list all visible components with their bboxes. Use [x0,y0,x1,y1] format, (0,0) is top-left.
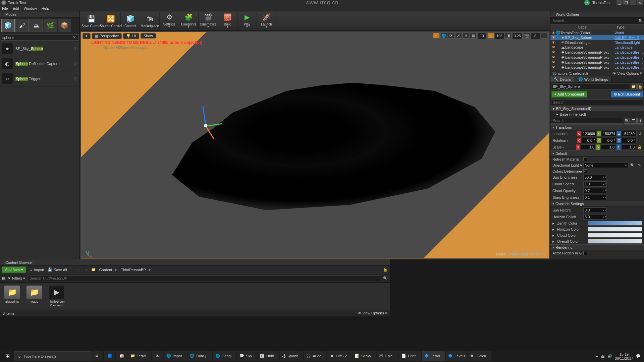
location-y-input[interactable] [602,131,616,136]
settings-button[interactable]: ⚙Settings▼ [160,12,179,30]
taskbar-app[interactable]: 🎮Epic ... [377,351,399,361]
refresh-material-checkbox[interactable] [583,157,587,161]
content-asset-grid[interactable]: 📁 Blueprints📁 Maps▶ ThirdPerson Overview [0,283,390,310]
visibility-icon[interactable]: 👁 [551,45,556,49]
play-button[interactable]: ▶Play▼ [237,12,257,30]
show-button[interactable]: Show [141,33,156,39]
info-icon[interactable]: ⓘ [74,76,77,81]
world-local-button[interactable]: 🌐 [440,33,447,39]
stars-brightness-input[interactable]: 0.1▲▼ [583,195,607,200]
folder-icon[interactable]: 📁 [91,267,96,272]
restore-button[interactable]: ❐ [623,0,629,5]
zenith-color-swatch[interactable] [588,221,642,226]
overall-color-swatch[interactable] [588,239,642,244]
maximize-button[interactable]: □ [630,0,636,5]
cloud-speed-input[interactable]: 1.0▲▼ [583,181,607,187]
components-search-input[interactable] [551,99,643,105]
rotation-x-input[interactable] [582,138,596,143]
visibility-icon[interactable]: 👁 [551,60,556,64]
gizmo-z-axis[interactable] [203,106,206,126]
taskbar-app[interactable]: 💬Sky... [237,351,257,361]
taskbar-app[interactable]: ✉ [152,351,163,361]
content-view-options-button[interactable]: View Options [362,311,384,315]
nav-back-button[interactable]: ← [77,268,81,272]
taskbar-app[interactable]: 🔷Terrai... [422,351,445,361]
content-search-input[interactable] [27,275,381,281]
taskbar-app[interactable]: 🕹@anh... [280,351,304,361]
search-icon[interactable]: 🔍 [638,19,643,23]
camera-speed-value[interactable]: 8 [531,33,540,39]
perspective-button[interactable]: ▦Perspective [92,33,122,39]
taskbar-app[interactable]: 🔷Levels [446,351,467,361]
source-control-button[interactable]: 🔀Source Control [101,12,121,30]
outliner-row[interactable]: 👁 ◆ LandscapeStreamingProxy LandscapeStr… [550,55,644,60]
location-label[interactable]: Location [552,132,576,136]
category-rendering[interactable]: Rendering [550,244,644,250]
nav-forward-button[interactable]: → [84,268,88,272]
info-icon[interactable]: ⓘ [74,46,77,51]
close-button[interactable]: ✕ [637,0,643,5]
category-override[interactable]: Override Settings [550,201,644,207]
horizon-color-swatch[interactable] [588,227,642,232]
notifications-icon[interactable]: 💬 [636,354,641,358]
grid-snap-value[interactable]: 10 [477,33,487,39]
eye-icon[interactable]: 👁 [637,118,643,124]
menu-window[interactable]: Window [24,6,37,10]
blueprints-button[interactable]: 🧩Blueprints▼ [179,12,199,30]
scale-tool-button[interactable]: ⤢ [455,33,462,39]
visibility-icon[interactable]: 👁 [551,41,556,45]
taskbar-app[interactable]: 🅿Untit... [258,351,279,361]
category-transform[interactable]: Transform [550,124,644,130]
outliner-row[interactable]: 👁 ● BP_Sky_Sphere Edit BP_Sky_Sph [550,35,644,40]
location-z-input[interactable] [622,131,637,136]
actor-type[interactable]: Edit BP_Sky_Sph [614,36,643,40]
mode-geometry-icon[interactable]: 📦 [58,19,71,32]
content-button[interactable]: 🧊Content [121,12,140,30]
tray-onedrive-icon[interactable]: ☁ [595,354,598,358]
asset-item[interactable]: 📁 Blueprints [3,285,21,307]
menu-help[interactable]: Help [42,6,49,10]
taskbar-app[interactable]: 📄Untitl... [399,351,421,361]
selected-object-name[interactable] [551,83,630,89]
outliner-col-label[interactable]: Label [550,24,615,30]
pick-icon[interactable]: ✎ [637,163,642,168]
transform-tool-button[interactable]: ↔ [433,33,440,39]
visibility-icon[interactable]: 👁 [551,65,556,69]
mode-landscape-icon[interactable]: ⛰ [30,19,43,32]
browse-to-icon[interactable]: 📁 [631,83,637,89]
cloud-color-swatch[interactable] [588,233,642,238]
directional-light-actor-dropdown[interactable]: None▼ [583,163,629,168]
edit-blueprint-button[interactable]: ⚙ Edit Blueprint [611,91,643,98]
modes-search-input[interactable] [2,36,71,40]
menu-file[interactable]: File [2,6,8,10]
project-tab-label[interactable]: TerrainTest [592,1,610,5]
taskbar-clock[interactable]: 15:1908/11/2017 [615,352,633,360]
taskbar-app[interactable]: 🎧Auda... [304,351,326,361]
add-new-button[interactable]: Add New ▾ [2,266,26,273]
outliner-row[interactable]: 👁 ⛰ Landscape Landscape [550,45,644,50]
tray-volume-icon[interactable]: 🔊 [607,354,612,358]
taskbar-app[interactable]: 🌐Impor... [164,351,187,361]
viewport[interactable]: ▾ ▦Perspective 💡Lit Show ↔ 🌐 ⟳ ⤢ ⌗ ▦ 10 … [81,32,549,258]
scale-x-input[interactable] [581,144,596,150]
tray-up-icon[interactable]: ˄ [590,354,592,358]
scale-snap-button[interactable]: ◨ [505,33,512,39]
scale-y-input[interactable] [601,144,616,150]
outliner-search-input[interactable] [551,18,638,23]
search-icon[interactable]: 🔍 [383,276,388,281]
colors-determined-by-checkbox[interactable] [583,169,587,173]
tab-details[interactable]: 🔧Details [550,76,575,82]
angle-snap-value[interactable]: 10° [495,33,504,39]
viewport-menu-button[interactable]: ▾ [83,33,91,39]
rotation-y-input[interactable] [602,138,616,143]
maximize-viewport-button[interactable]: ⛶ [541,33,547,39]
category-default[interactable]: Default [550,150,644,157]
taskbar-app[interactable]: ⏺OBS 2... [327,351,352,361]
sun-height-input[interactable]: 0.0▲▼ [583,207,607,213]
lock-path-icon[interactable]: 🔒 [383,267,388,272]
angle-snap-button[interactable]: △ [487,33,494,39]
mode-foliage-icon[interactable]: 🌿 [44,19,57,32]
outliner-col-type[interactable]: Type [615,24,644,30]
scale-z-input[interactable] [621,144,636,150]
save-all-button[interactable]: 💾Save All [48,267,67,272]
